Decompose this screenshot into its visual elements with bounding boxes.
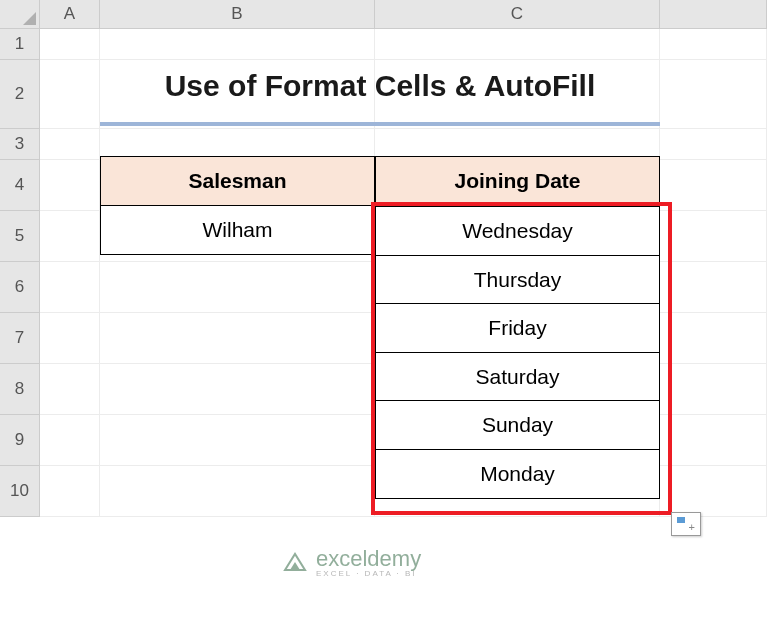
cell-b10[interactable]	[100, 466, 375, 517]
cell-blank-10	[660, 466, 767, 517]
cell-a4[interactable]	[40, 160, 100, 211]
row-header-3[interactable]: 3	[0, 129, 40, 160]
cell-a10[interactable]	[40, 466, 100, 517]
row-header-4[interactable]: 4	[0, 160, 40, 211]
col-header-c[interactable]: C	[375, 0, 660, 29]
cell-a2[interactable]	[40, 60, 100, 129]
td-day-sunday[interactable]: Sunday	[375, 400, 660, 450]
cell-a3[interactable]	[40, 129, 100, 160]
days-column: Wednesday Thursday Friday Saturday Sunda…	[375, 206, 660, 499]
row-header-1[interactable]: 1	[0, 29, 40, 60]
td-day-thursday[interactable]: Thursday	[375, 255, 660, 305]
col-header-blank	[660, 0, 767, 29]
row-header-6[interactable]: 6	[0, 262, 40, 313]
td-day-friday[interactable]: Friday	[375, 303, 660, 353]
page-title: Use of Format Cells & AutoFill	[100, 58, 660, 126]
autofill-options-button[interactable]	[671, 512, 701, 536]
cell-a1[interactable]	[40, 29, 100, 60]
cell-blank-2	[660, 60, 767, 129]
row-header-5[interactable]: 5	[0, 211, 40, 262]
cell-blank-3	[660, 129, 767, 160]
col-header-b[interactable]: B	[100, 0, 375, 29]
watermark: exceldemy EXCEL · DATA · BI	[280, 548, 421, 578]
cell-b8[interactable]	[100, 364, 375, 415]
cell-a7[interactable]	[40, 313, 100, 364]
th-joining-date[interactable]: Joining Date	[375, 156, 660, 206]
cell-c1[interactable]	[375, 29, 660, 60]
cell-a5[interactable]	[40, 211, 100, 262]
col-header-a[interactable]: A	[40, 0, 100, 29]
cell-a9[interactable]	[40, 415, 100, 466]
cell-blank-9	[660, 415, 767, 466]
cell-blank-6	[660, 262, 767, 313]
row-header-7[interactable]: 7	[0, 313, 40, 364]
cell-b7[interactable]	[100, 313, 375, 364]
cell-b9[interactable]	[100, 415, 375, 466]
watermark-main-text: exceldemy	[316, 548, 421, 570]
th-salesman[interactable]: Salesman	[100, 156, 375, 206]
td-day-saturday[interactable]: Saturday	[375, 352, 660, 402]
td-day-monday[interactable]: Monday	[375, 449, 660, 499]
watermark-sub-text: EXCEL · DATA · BI	[316, 570, 421, 578]
row-header-2[interactable]: 2	[0, 60, 40, 129]
cell-blank-8	[660, 364, 767, 415]
row-header-10[interactable]: 10	[0, 466, 40, 517]
corner-triangle-icon	[23, 12, 36, 25]
cell-blank-5	[660, 211, 767, 262]
cell-b1[interactable]	[100, 29, 375, 60]
td-day-wednesday[interactable]: Wednesday	[375, 206, 660, 256]
watermark-logo-icon	[280, 548, 310, 578]
select-all-corner[interactable]	[0, 0, 40, 29]
row-header-9[interactable]: 9	[0, 415, 40, 466]
row-header-8[interactable]: 8	[0, 364, 40, 415]
cell-b6[interactable]	[100, 262, 375, 313]
td-salesman-wilham[interactable]: Wilham	[100, 205, 375, 255]
cell-blank-7	[660, 313, 767, 364]
cell-blank-4	[660, 160, 767, 211]
cell-a6[interactable]	[40, 262, 100, 313]
autofill-icon	[677, 517, 695, 531]
cell-a8[interactable]	[40, 364, 100, 415]
cell-blank-1	[660, 29, 767, 60]
